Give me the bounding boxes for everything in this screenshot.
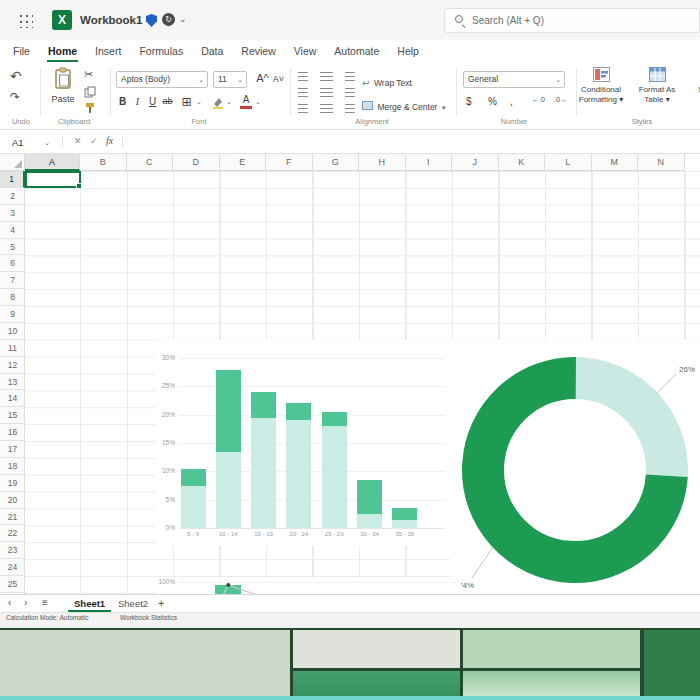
row-header-15[interactable]: 15 — [0, 407, 25, 424]
column-header-G[interactable]: G — [313, 154, 360, 171]
title-dropdown-caret-icon[interactable]: ⌄ — [179, 14, 187, 24]
row-header-12[interactable]: 12 — [0, 357, 25, 374]
decrease-decimal-button[interactable]: .0→ — [554, 96, 567, 103]
combo-chart[interactable]: 100%90%80%70%60%50% — [155, 578, 461, 594]
align-left-icon-1[interactable] — [298, 88, 311, 98]
align-right-icon-0[interactable] — [342, 72, 355, 82]
select-all-button[interactable] — [0, 154, 25, 171]
align-right-icon-1[interactable] — [342, 88, 355, 98]
shrink-font-button[interactable]: A˅ — [272, 74, 285, 84]
row-header-23[interactable]: 23 — [0, 542, 25, 559]
row-header-13[interactable]: 13 — [0, 374, 25, 391]
menu-file[interactable]: File — [4, 40, 39, 62]
column-header-J[interactable]: J — [452, 154, 499, 171]
column-header-M[interactable]: M — [592, 154, 639, 171]
grow-font-button[interactable]: A^ — [256, 72, 269, 84]
menu-automate[interactable]: Automate — [325, 40, 388, 62]
row-header-21[interactable]: 21 — [0, 509, 25, 526]
next-sheet-button[interactable]: › — [24, 597, 27, 608]
fill-color-button[interactable] — [212, 95, 224, 113]
percent-style-button[interactable]: % — [488, 96, 497, 107]
borders-caret-icon[interactable]: ⌄ — [196, 98, 202, 106]
row-header-18[interactable]: 18 — [0, 458, 25, 475]
column-header-F[interactable]: F — [266, 154, 313, 171]
paste-button[interactable]: Paste — [48, 67, 78, 104]
increase-decimal-button[interactable]: ←.0 — [532, 96, 545, 103]
calc-mode-button[interactable]: Calculation Mode: Automatic — [6, 614, 88, 621]
sheet-tab-sheet1[interactable]: Sheet1 — [68, 595, 111, 612]
column-header-K[interactable]: K — [499, 154, 546, 171]
conditional-formatting-button[interactable]: Conditional Formatting ▾ — [570, 67, 632, 105]
enter-button[interactable]: ✓ — [90, 136, 98, 146]
undo-button[interactable]: ↶ — [10, 68, 22, 84]
row-header-7[interactable]: 7 — [0, 272, 25, 289]
column-header-B[interactable]: B — [80, 154, 127, 171]
menu-review[interactable]: Review — [232, 40, 284, 62]
app-launcher-icon[interactable] — [18, 13, 33, 28]
column-header-L[interactable]: L — [545, 154, 592, 171]
row-header-11[interactable]: 11 — [0, 340, 25, 357]
font-color-caret-icon[interactable]: ⌄ — [255, 98, 261, 106]
row-header-2[interactable]: 2 — [0, 188, 25, 205]
font-color-button[interactable]: A — [240, 95, 252, 109]
search-input[interactable]: Search (Alt + Q) — [444, 8, 700, 33]
row-header-5[interactable]: 5 — [0, 239, 25, 256]
row-header-4[interactable]: 4 — [0, 222, 25, 239]
column-header-E[interactable]: E — [220, 154, 267, 171]
cell-styles-button[interactable]: Styles ▾ — [678, 67, 700, 105]
row-header-3[interactable]: 3 — [0, 205, 25, 222]
underline-button[interactable]: U — [146, 96, 159, 107]
column-header-C[interactable]: C — [127, 154, 174, 171]
menu-data[interactable]: Data — [192, 40, 232, 62]
italic-button[interactable]: I — [131, 96, 144, 107]
row-header-9[interactable]: 9 — [0, 306, 25, 323]
insert-function-button[interactable]: fx — [106, 135, 113, 146]
menu-insert[interactable]: Insert — [86, 40, 130, 62]
row-header-16[interactable]: 16 — [0, 424, 25, 441]
menu-help[interactable]: Help — [388, 40, 428, 62]
accounting-format-button[interactable]: $ — [466, 96, 472, 107]
font-size-select[interactable]: 11⌄ — [213, 71, 247, 88]
sheet-tab-sheet2[interactable]: Sheet2 — [112, 595, 154, 612]
row-header-8[interactable]: 8 — [0, 289, 25, 306]
autosave-status-icon[interactable]: ↻ — [162, 13, 175, 26]
wrap-text-button[interactable]: ↩ Wrap Text — [362, 72, 412, 90]
formula-input[interactable] — [126, 131, 700, 153]
selected-cell-a1[interactable] — [25, 171, 81, 188]
column-header-N[interactable]: N — [638, 154, 685, 171]
menu-home[interactable]: Home — [39, 40, 86, 62]
workbook-title[interactable]: Workbook1 — [80, 14, 142, 26]
row-header-10[interactable]: 10 — [0, 323, 25, 340]
sheet-list-icon[interactable]: ≡ — [42, 597, 48, 608]
row-header-22[interactable]: 22 — [0, 525, 25, 542]
add-sheet-button[interactable]: + — [158, 597, 164, 609]
sensitivity-shield-icon[interactable] — [146, 14, 157, 27]
row-header-24[interactable]: 24 — [0, 559, 25, 576]
column-header-A[interactable]: A — [25, 154, 80, 171]
row-header-25[interactable]: 25 — [0, 576, 25, 593]
align-center-icon-1[interactable] — [320, 88, 333, 98]
number-format-select[interactable]: General⌄ — [463, 71, 565, 88]
merge-center-button[interactable]: Merge & Center ▾ — [362, 96, 445, 114]
strikethrough-button[interactable]: ab — [161, 96, 174, 106]
borders-button[interactable]: ⊞ — [180, 95, 193, 109]
row-header-14[interactable]: 14 — [0, 390, 25, 407]
cancel-button[interactable]: ✕ — [74, 136, 82, 146]
stacked-bar-chart[interactable]: 30%25%20%15%10%5%0% 5 - 910 - 1415 - 192… — [155, 340, 451, 546]
align-center-icon-2[interactable] — [320, 104, 333, 114]
align-left-icon-0[interactable] — [298, 72, 311, 82]
fill-color-caret-icon[interactable]: ⌄ — [226, 98, 232, 106]
redo-button[interactable]: ↷ — [10, 90, 20, 104]
name-box[interactable]: A1 ⌄ — [4, 134, 54, 151]
menu-view[interactable]: View — [285, 40, 326, 62]
menu-formulas[interactable]: Formulas — [130, 40, 192, 62]
comma-style-button[interactable]: , — [510, 96, 513, 107]
prev-sheet-button[interactable]: ‹ — [8, 597, 11, 608]
excel-logo-icon[interactable]: X — [52, 10, 72, 30]
column-header-H[interactable]: H — [359, 154, 406, 171]
align-right-icon-2[interactable] — [342, 104, 355, 114]
column-header-I[interactable]: I — [406, 154, 453, 171]
column-header-D[interactable]: D — [173, 154, 220, 171]
donut-chart[interactable]: 26% 74% — [450, 340, 700, 594]
font-family-select[interactable]: Aptos (Body)⌄ — [116, 71, 208, 88]
